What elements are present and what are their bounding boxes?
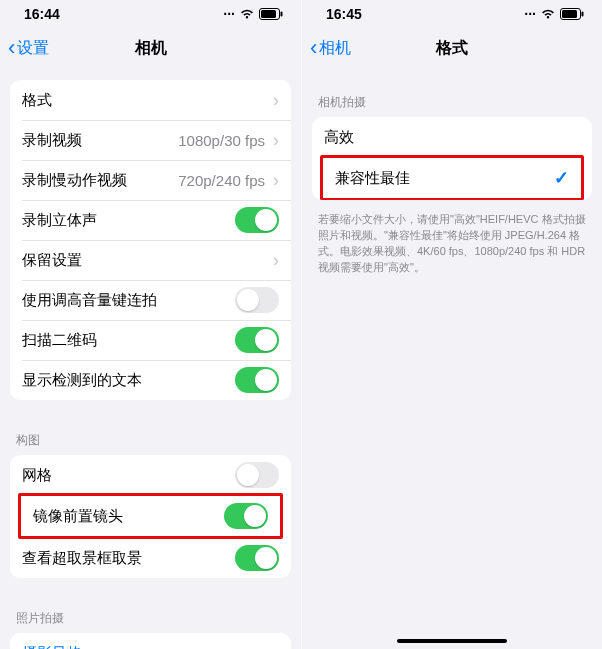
section-footer-format: 若要缩小文件大小，请使用"高效"HEIF/HEVC 格式拍摄照片和视频。"兼容性… bbox=[302, 206, 602, 276]
row-grid[interactable]: 网格 bbox=[10, 455, 291, 495]
status-time: 16:45 bbox=[326, 6, 362, 22]
row-mirror-front[interactable]: 镜像前置镜头 bbox=[21, 496, 280, 536]
back-label: 相机 bbox=[319, 38, 351, 59]
group-photo-capture: 摄影风格 bbox=[10, 633, 291, 649]
svg-rect-5 bbox=[582, 12, 584, 17]
section-header-composition: 构图 bbox=[0, 418, 301, 455]
row-label: 录制视频 bbox=[22, 131, 178, 150]
row-label: 高效 bbox=[324, 128, 580, 147]
row-scan-qr[interactable]: 扫描二维码 bbox=[10, 320, 291, 360]
status-bar: 16:45 ··· bbox=[302, 0, 602, 28]
back-label: 设置 bbox=[17, 38, 49, 59]
group-composition: 网格 镜像前置镜头 查看超取景框取景 bbox=[10, 455, 291, 578]
back-button[interactable]: ‹ 设置 bbox=[8, 37, 49, 59]
group-main: 格式 › 录制视频 1080p/30 fps › 录制慢动作视频 720p/24… bbox=[10, 80, 291, 400]
row-record-video[interactable]: 录制视频 1080p/30 fps › bbox=[10, 120, 291, 160]
nav-bar: ‹ 相机 格式 bbox=[302, 28, 602, 68]
status-dots: ··· bbox=[524, 6, 536, 22]
row-format[interactable]: 格式 › bbox=[10, 80, 291, 120]
switch-stereo[interactable] bbox=[235, 207, 279, 233]
home-indicator[interactable] bbox=[397, 639, 507, 643]
row-label: 使用调高音量键连拍 bbox=[22, 291, 235, 310]
highlight-most-compatible: 兼容性最佳 ✓ bbox=[320, 155, 584, 200]
status-bar: 16:44 ··· bbox=[0, 0, 301, 28]
row-label: 网格 bbox=[22, 466, 235, 485]
content: 相机拍摄 高效 兼容性最佳 ✓ 若要缩小文件大小，请使用"高效"HEIF/HEV… bbox=[302, 68, 602, 649]
row-label: 镜像前置镜头 bbox=[33, 507, 224, 526]
battery-icon bbox=[560, 8, 584, 20]
row-most-compatible[interactable]: 兼容性最佳 ✓ bbox=[323, 158, 581, 198]
wifi-icon bbox=[239, 8, 255, 20]
row-stereo[interactable]: 录制立体声 bbox=[10, 200, 291, 240]
svg-rect-1 bbox=[261, 10, 276, 18]
row-label: 录制立体声 bbox=[22, 211, 235, 230]
svg-rect-2 bbox=[281, 12, 283, 17]
section-header-capture: 相机拍摄 bbox=[302, 80, 602, 117]
chevron-right-icon: › bbox=[273, 131, 279, 149]
svg-rect-4 bbox=[562, 10, 577, 18]
nav-bar: ‹ 设置 相机 bbox=[0, 28, 301, 68]
chevron-right-icon: › bbox=[273, 171, 279, 189]
chevron-right-icon: › bbox=[273, 251, 279, 269]
section-header-photo-capture: 照片拍摄 bbox=[0, 596, 301, 633]
row-detail: 720p/240 fps bbox=[178, 172, 265, 189]
row-outside-frame[interactable]: 查看超取景框取景 bbox=[10, 538, 291, 578]
row-label: 兼容性最佳 bbox=[335, 169, 554, 188]
status-dots: ··· bbox=[223, 6, 235, 22]
status-time: 16:44 bbox=[24, 6, 60, 22]
row-label: 摄影风格 bbox=[22, 644, 279, 650]
status-right: ··· bbox=[524, 6, 584, 22]
row-label: 保留设置 bbox=[22, 251, 269, 270]
row-label: 查看超取景框取景 bbox=[22, 549, 235, 568]
row-preserve[interactable]: 保留设置 › bbox=[10, 240, 291, 280]
row-high-efficiency[interactable]: 高效 bbox=[312, 117, 592, 157]
switch-mirror-front[interactable] bbox=[224, 503, 268, 529]
row-label: 格式 bbox=[22, 91, 269, 110]
status-right: ··· bbox=[223, 6, 283, 22]
switch-volume-burst[interactable] bbox=[235, 287, 279, 313]
chevron-right-icon: › bbox=[273, 91, 279, 109]
phone-format-settings: 16:45 ··· ‹ 相机 格式 相机拍摄 高效 兼容性最佳 ✓ 若要缩小文 bbox=[301, 0, 602, 649]
back-button[interactable]: ‹ 相机 bbox=[310, 37, 351, 59]
checkmark-icon: ✓ bbox=[554, 167, 569, 189]
row-label: 扫描二维码 bbox=[22, 331, 235, 350]
row-detail: 1080p/30 fps bbox=[178, 132, 265, 149]
group-format: 高效 兼容性最佳 ✓ bbox=[312, 117, 592, 200]
row-label: 录制慢动作视频 bbox=[22, 171, 178, 190]
content: 格式 › 录制视频 1080p/30 fps › 录制慢动作视频 720p/24… bbox=[0, 68, 301, 649]
wifi-icon bbox=[540, 8, 556, 20]
switch-detect-text[interactable] bbox=[235, 367, 279, 393]
highlight-mirror-front: 镜像前置镜头 bbox=[18, 493, 283, 539]
chevron-left-icon: ‹ bbox=[310, 37, 317, 59]
row-volume-burst[interactable]: 使用调高音量键连拍 bbox=[10, 280, 291, 320]
row-photo-styles[interactable]: 摄影风格 bbox=[10, 633, 291, 649]
row-label: 显示检测到的文本 bbox=[22, 371, 235, 390]
row-record-slomo[interactable]: 录制慢动作视频 720p/240 fps › bbox=[10, 160, 291, 200]
switch-outside-frame[interactable] bbox=[235, 545, 279, 571]
phone-camera-settings: 16:44 ··· ‹ 设置 相机 格式 › 录制视频 1080p/30 fps… bbox=[0, 0, 301, 649]
chevron-left-icon: ‹ bbox=[8, 37, 15, 59]
switch-scan-qr[interactable] bbox=[235, 327, 279, 353]
row-detect-text[interactable]: 显示检测到的文本 bbox=[10, 360, 291, 400]
switch-grid[interactable] bbox=[235, 462, 279, 488]
battery-icon bbox=[259, 8, 283, 20]
